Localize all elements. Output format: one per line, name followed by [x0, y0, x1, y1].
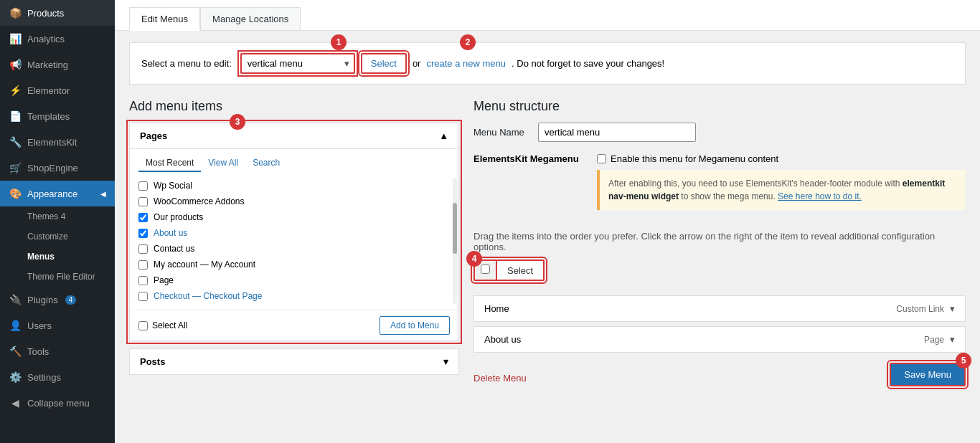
page-label: About us: [154, 228, 187, 238]
sidebar-item-appearance[interactable]: 🎨 Appearance ◀: [0, 181, 115, 206]
page-checkbox-contactus[interactable]: [138, 244, 148, 254]
page-checkbox-aboutus[interactable]: [138, 229, 148, 238]
select-button[interactable]: Select: [361, 53, 407, 74]
sidebar-item-label: Settings: [27, 372, 61, 383]
sidebar-item-label: Marketing: [27, 59, 68, 70]
list-item: WooCommerce Addons: [138, 194, 444, 209]
sidebar-item-elementor[interactable]: ⚡ Elementor: [0, 77, 115, 103]
sidebar-item-label: Analytics: [27, 34, 65, 44]
menu-select-wrapper: vertical menu ▾: [240, 53, 355, 74]
annotation-5: 5: [956, 353, 971, 368]
table-row: About us Page ▾: [473, 326, 966, 353]
menu-item-type: Custom Link: [896, 304, 944, 314]
menu-item-expand-icon[interactable]: ▾: [950, 334, 955, 345]
megamenu-learn-more-link[interactable]: See here how to do it.: [778, 191, 862, 201]
menu-item-label: Home: [484, 303, 509, 314]
sidebar-item-analytics[interactable]: 📊 Analytics: [0, 26, 115, 52]
sidebar-item-plugins[interactable]: 🔌 Plugins 4: [0, 287, 115, 313]
tab-edit-menus[interactable]: Edit Menus: [129, 7, 200, 31]
sidebar-item-label: Tools: [27, 346, 49, 357]
right-column: Menu structure Menu Name ElementsKit Meg…: [473, 99, 966, 386]
select-all-label[interactable]: Select All: [138, 320, 187, 330]
list-item: Page: [138, 272, 444, 288]
page-checkbox-woocommerce[interactable]: [138, 197, 148, 206]
sidebar-item-theme-file-editor[interactable]: Theme File Editor: [0, 267, 115, 287]
pages-list: Wp Social WooCommerce Addons Our product…: [130, 172, 458, 310]
or-text: or: [413, 58, 421, 69]
menu-name-label: Menu Name: [473, 127, 531, 138]
themes-label: Themes: [27, 211, 58, 222]
select-all-checkbox[interactable]: [138, 321, 148, 330]
save-menu-button[interactable]: Save Menu: [890, 363, 966, 386]
products-icon: 📦: [9, 7, 22, 19]
sidebar-item-settings[interactable]: ⚙️ Settings: [0, 364, 115, 390]
posts-section-label: Posts: [140, 356, 165, 367]
list-item: My account — My Account: [138, 257, 444, 272]
tab-manage-locations[interactable]: Manage Locations: [200, 7, 301, 30]
sidebar-item-marketing[interactable]: 📢 Marketing: [0, 52, 115, 77]
menu-name-input[interactable]: [538, 123, 696, 142]
appearance-icon: 🎨: [9, 188, 22, 199]
sidebar-item-users[interactable]: 👤 Users: [0, 313, 115, 338]
pages-accordion: Pages ▲ Most Recent View All Search: [129, 123, 459, 341]
create-new-menu-link[interactable]: create a new menu: [426, 58, 506, 69]
sidebar-item-elementskit[interactable]: 🔧 ElementsKit: [0, 129, 115, 155]
settings-icon: ⚙️: [9, 371, 22, 383]
tab-most-recent[interactable]: Most Recent: [138, 155, 201, 172]
delete-menu-link[interactable]: Delete Menu: [473, 373, 527, 384]
page-checkbox-checkout[interactable]: [138, 292, 148, 301]
sidebar-item-themes[interactable]: Themes 4: [0, 206, 115, 227]
two-col-layout: Add menu items 3 Pages ▲ Most Recent Vie…: [129, 99, 966, 386]
page-label: WooCommerce Addons: [154, 196, 245, 206]
sidebar-item-label: Elementor: [27, 85, 70, 96]
pages-accordion-header[interactable]: Pages ▲: [130, 123, 458, 148]
sidebar-item-templates[interactable]: 📄 Templates: [0, 103, 115, 129]
annotation-1: 1: [331, 34, 347, 50]
page-checkbox-page[interactable]: [138, 276, 148, 285]
menu-select-dropdown[interactable]: vertical menu: [240, 53, 355, 74]
sidebar-item-customize[interactable]: Customize: [0, 227, 115, 247]
add-to-menu-button[interactable]: Add to Menu: [380, 316, 450, 335]
annotation-3: 3: [230, 114, 245, 130]
menus-label: Menus: [27, 252, 55, 262]
sidebar-item-label: Templates: [27, 111, 70, 122]
page-label: My account — My Account: [154, 259, 255, 270]
tools-icon: 🔨: [9, 346, 22, 357]
posts-accordion-header[interactable]: Posts ▾: [130, 349, 458, 374]
page-checkbox-myaccount[interactable]: [138, 260, 148, 270]
page-tabs: Edit Menus Manage Locations: [129, 7, 966, 30]
list-item: Our products: [138, 209, 444, 225]
menu-item-right: Page ▾: [924, 334, 955, 345]
select-menu-items-button[interactable]: Select: [497, 262, 543, 280]
themes-badge: 4: [61, 211, 66, 222]
plugins-icon: 🔌: [9, 294, 22, 305]
theme-file-editor-label: Theme File Editor: [27, 272, 95, 282]
sidebar-item-shopengine[interactable]: 🛒 ShopEngine: [0, 155, 115, 181]
tab-search[interactable]: Search: [245, 155, 287, 172]
plugins-badge: 4: [65, 295, 77, 305]
page-checkbox-ourproducts[interactable]: [138, 213, 148, 222]
menu-name-row: Menu Name: [473, 123, 966, 142]
pages-inner-tabs: Most Recent View All Search: [130, 149, 458, 172]
tab-view-all[interactable]: View All: [201, 155, 245, 172]
select-all-menu-items-checkbox[interactable]: [481, 265, 490, 274]
sidebar-item-label: ElementsKit: [27, 137, 77, 148]
megamenu-checkbox[interactable]: [597, 154, 606, 163]
sidebar-item-tools[interactable]: 🔨 Tools: [0, 338, 115, 364]
sidebar-item-label: Products: [27, 8, 64, 19]
megamenu-note: After enabling this, you need to use Ele…: [597, 170, 966, 210]
sidebar-item-menus[interactable]: Menus: [0, 247, 115, 267]
page-checkbox-wpsocial[interactable]: [138, 181, 148, 191]
content-area: 1 2 Select a menu to edit: vertical menu…: [115, 31, 980, 398]
sidebar-item-label: Plugins: [27, 295, 58, 305]
appearance-arrow: ◀: [100, 190, 106, 198]
megamenu-checkbox-label: Enable this menu for Megamenu content: [611, 153, 778, 164]
megamenu-right: Enable this menu for Megamenu content Af…: [597, 153, 966, 210]
list-item: Contact us: [138, 241, 444, 257]
pages-accordion-wrapper: 3 Pages ▲ Most Recent View All Search: [129, 123, 459, 341]
add-menu-items-title: Add menu items: [129, 99, 459, 114]
sidebar-item-collapse[interactable]: ◀ Collapse menu: [0, 390, 115, 416]
menu-actions-row: Delete Menu 5 Save Menu: [473, 363, 966, 386]
sidebar-item-products[interactable]: 📦 Products: [0, 0, 115, 26]
menu-item-expand-icon[interactable]: ▾: [950, 303, 955, 314]
